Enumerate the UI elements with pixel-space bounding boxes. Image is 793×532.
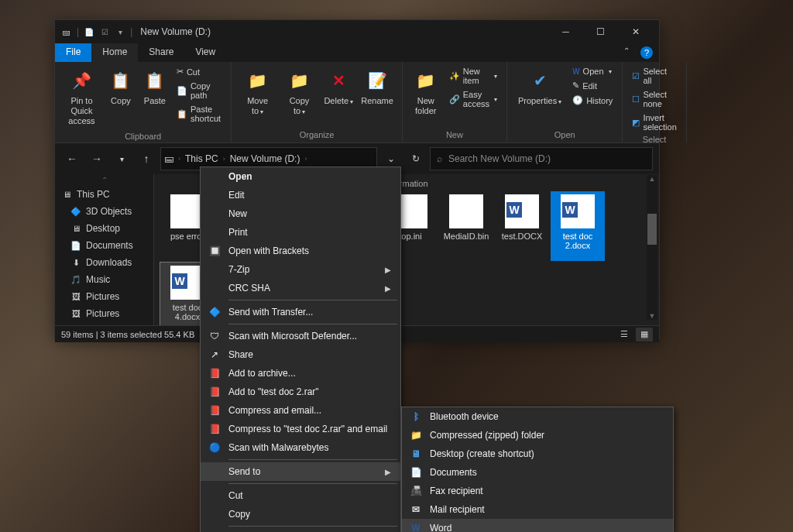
search-input[interactable]: ⌕ Search New Volume (D:) [430, 147, 653, 170]
scrollbar-thumb[interactable] [647, 214, 657, 245]
scroll-up-icon[interactable]: ⌃ [55, 174, 153, 186]
pin-icon: 📌 [69, 68, 94, 93]
sendto-menu-item[interactable]: ᛒBluetooth device [402, 407, 673, 426]
sendto-menu-item[interactable]: WWord [402, 519, 673, 532]
titlebar[interactable]: 🖴 | 📄 ☑ ▾ | New Volume (D:) ─ ☐ ✕ [55, 20, 659, 43]
history-button[interactable]: 🕐History [569, 94, 616, 107]
scroll-up-arrow-icon[interactable]: ▲ [649, 175, 656, 183]
context-menu-item[interactable]: 📕Add to archive... [201, 364, 400, 383]
select-none-button[interactable]: ☐Select none [629, 88, 679, 110]
maximize-button[interactable]: ☐ [583, 20, 618, 43]
cut-button[interactable]: ✂Cut [173, 65, 225, 78]
sidebar-item[interactable]: 🖼Pictures [55, 288, 153, 305]
quick-access-toolbar: 🖴 | 📄 ☑ ▾ | [61, 26, 132, 37]
close-button[interactable]: ✕ [618, 20, 653, 43]
context-menu-item[interactable]: 🛡Scan with Microsoft Defender... [201, 327, 400, 345]
folder-icon: 📄 [70, 240, 81, 251]
new-doc-icon[interactable]: 📄 [84, 26, 94, 37]
drive-icon: 🖴 [164, 153, 173, 164]
copy-to-button[interactable]: 📁 Copy to▾ [280, 65, 318, 119]
collapse-ribbon-icon[interactable]: ⌃ [619, 43, 634, 62]
select-all-icon: ☑ [632, 71, 640, 81]
dropdown-icon[interactable]: ▾ [115, 26, 125, 37]
move-to-icon: 📁 [245, 68, 270, 93]
context-menu-item[interactable]: Open [201, 167, 400, 186]
context-menu-item[interactable]: 📕Compress to "test doc 2.rar" and email [201, 420, 400, 438]
context-menu-item[interactable]: 📕Add to "test doc 2.rar" [201, 383, 400, 401]
sendto-menu-item[interactable]: 🖥Desktop (create shortcut) [402, 444, 673, 463]
tab-view[interactable]: View [184, 43, 226, 62]
context-menu-item[interactable]: Cut [201, 486, 400, 505]
context-menu-item[interactable]: New [201, 204, 400, 223]
file-item[interactable]: test.DOCX [495, 191, 549, 261]
new-folder-button[interactable]: 📁 New folder [409, 65, 443, 119]
checkbox-icon[interactable]: ☑ [99, 26, 110, 37]
sendto-menu-item[interactable]: 📁Compressed (zipped) folder [402, 426, 673, 444]
pin-to-quick-access-button[interactable]: 📌 Pin to Quick access [61, 65, 102, 130]
sidebar-item[interactable]: 🔷3D Objects [55, 203, 153, 220]
paste-shortcut-button[interactable]: 📋Paste shortcut [173, 103, 225, 125]
tab-file[interactable]: File [55, 43, 91, 62]
context-menu-item[interactable]: Send to▶ [201, 462, 400, 481]
context-menu-item[interactable]: ↗Share [201, 345, 400, 364]
context-menu-item[interactable]: Edit [201, 186, 400, 204]
context-menu-item[interactable]: 🔷Send with Transfer... [201, 303, 400, 321]
menu-item-icon: ᛒ [410, 410, 422, 423]
tab-share[interactable]: Share [138, 43, 184, 62]
breadcrumb[interactable]: New Volume (D:) [227, 153, 304, 164]
context-menu-item[interactable]: 📕Compress and email... [201, 401, 400, 420]
delete-button[interactable]: ✕ Delete▾ [321, 65, 355, 109]
menu-item-icon: 📕 [208, 367, 221, 379]
breadcrumb[interactable]: This PC [182, 153, 221, 164]
up-button[interactable]: ↑ [136, 148, 157, 170]
sendto-menu-item[interactable]: 📄Documents [402, 463, 673, 482]
move-to-button[interactable]: 📁 Move to▾ [238, 65, 276, 119]
paste-button[interactable]: 📋 Paste [139, 65, 170, 109]
open-button[interactable]: WOpen▾ [569, 65, 616, 77]
submenu-arrow-icon: ▶ [385, 266, 391, 274]
sidebar-item[interactable]: 🖼Pictures [55, 305, 153, 322]
copy-button[interactable]: 📋 Copy [105, 65, 136, 109]
easy-access-button[interactable]: 🔗Easy access▾ [446, 88, 500, 110]
sidebar-item[interactable]: 🖼Screenshots [55, 322, 153, 325]
context-menu-item[interactable]: Create shortcut [201, 529, 400, 532]
sendto-menu-item[interactable]: 📠Fax recipient [402, 482, 673, 500]
context-menu-item[interactable]: CRC SHA▶ [201, 279, 400, 297]
folder-icon: ⬇ [70, 257, 81, 268]
copy-path-button[interactable]: 📄Copy path [173, 80, 225, 101]
sidebar-item[interactable]: 🖥Desktop [55, 220, 153, 237]
scrollbar[interactable]: ▲ ▼ [647, 175, 657, 320]
context-menu-item[interactable]: Print [201, 223, 400, 242]
invert-selection-button[interactable]: ◩Invert selection [629, 112, 679, 133]
help-icon[interactable]: ? [640, 46, 653, 59]
icons-view-button[interactable]: ▦ [636, 328, 653, 342]
edit-button[interactable]: ✎Edit [569, 79, 616, 92]
context-menu-item[interactable]: 🔵Scan with Malwarebytes [201, 438, 400, 457]
minimize-button[interactable]: ─ [548, 20, 583, 43]
tab-home[interactable]: Home [91, 43, 138, 62]
sendto-submenu: ᛒBluetooth device📁Compressed (zipped) fo… [401, 407, 674, 532]
file-item[interactable]: test doc 2.docx [551, 191, 605, 261]
context-menu-item[interactable]: Copy [201, 505, 400, 523]
file-icon [449, 194, 483, 228]
sidebar-item[interactable]: 🎵Music [55, 271, 153, 288]
refresh-button[interactable]: ↻ [405, 148, 427, 170]
rename-button[interactable]: 📝 Rename [359, 65, 395, 109]
navigation-pane[interactable]: ⌃ 🖥This PC 🔷3D Objects🖥Desktop📄Documents… [55, 174, 154, 325]
properties-button[interactable]: ✔ Properties▾ [513, 65, 566, 109]
sidebar-item[interactable]: ⬇Downloads [55, 254, 153, 271]
context-menu-item[interactable]: 🔲Open with Brackets [201, 242, 400, 260]
details-view-button[interactable]: ☰ [616, 328, 633, 342]
scroll-down-arrow-icon[interactable]: ▼ [649, 312, 656, 320]
new-item-button[interactable]: ✨New item▾ [446, 65, 500, 87]
sendto-menu-item[interactable]: ✉Mail recipient [402, 500, 673, 519]
sidebar-item[interactable]: 📄Documents [55, 237, 153, 254]
context-menu-item[interactable]: 7-Zip▶ [201, 260, 400, 279]
sidebar-item-this-pc[interactable]: 🖥This PC [55, 186, 153, 203]
file-item[interactable]: MediaID.bin [439, 191, 493, 261]
back-button[interactable]: ← [61, 148, 83, 170]
forward-button[interactable]: → [86, 148, 108, 170]
new-item-icon: ✨ [449, 71, 460, 81]
select-all-button[interactable]: ☑Select all [629, 65, 679, 87]
recent-button[interactable]: ▾ [111, 148, 132, 170]
